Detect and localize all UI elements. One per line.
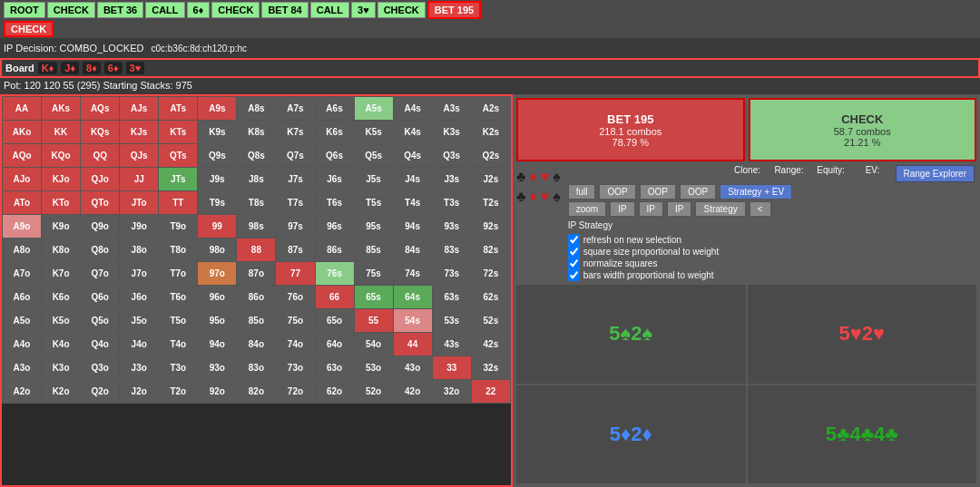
- grid-cell[interactable]: 74s: [393, 262, 432, 286]
- grid-cell[interactable]: 54s: [393, 309, 432, 333]
- grid-cell[interactable]: AKs: [42, 97, 81, 121]
- heart-icon-1[interactable]: ♥: [541, 169, 550, 185]
- grid-cell[interactable]: 93o: [198, 356, 237, 380]
- grid-cell[interactable]: KJo: [42, 168, 81, 191]
- grid-cell[interactable]: K6o: [42, 286, 81, 309]
- grid-cell[interactable]: T4o: [159, 333, 198, 356]
- grid-cell[interactable]: K2s: [471, 121, 510, 144]
- grid-cell[interactable]: 97o: [198, 262, 237, 286]
- grid-cell[interactable]: 72o: [276, 380, 315, 404]
- grid-cell[interactable]: 82s: [471, 239, 510, 262]
- grid-cell[interactable]: 64o: [315, 333, 354, 356]
- grid-cell[interactable]: 96s: [315, 215, 354, 239]
- grid-cell[interactable]: 32o: [432, 380, 471, 404]
- grid-cell[interactable]: 82o: [237, 380, 276, 404]
- grid-cell[interactable]: T8s: [237, 191, 276, 215]
- grid-cell[interactable]: TT: [159, 191, 198, 215]
- arrow-button[interactable]: <: [750, 201, 771, 217]
- oop-btn-1[interactable]: OOP: [599, 184, 635, 200]
- ip-btn-2[interactable]: IP: [639, 201, 663, 217]
- checkbox-2[interactable]: [568, 258, 580, 269]
- grid-cell[interactable]: A6s: [315, 97, 354, 121]
- board-card-cell-1[interactable]: 5♠2♠: [516, 285, 746, 384]
- grid-cell[interactable]: Q8s: [237, 144, 276, 168]
- grid-cell[interactable]: QTs: [159, 144, 198, 168]
- board-card-3[interactable]: 8♦: [83, 62, 101, 74]
- grid-cell[interactable]: 97s: [276, 215, 315, 239]
- grid-cell[interactable]: J5o: [120, 309, 159, 333]
- grid-cell[interactable]: 75o: [276, 309, 315, 333]
- grid-cell[interactable]: A8o: [3, 239, 42, 262]
- grid-cell[interactable]: T9o: [159, 215, 198, 239]
- grid-cell[interactable]: 95s: [354, 215, 393, 239]
- grid-cell[interactable]: K9s: [198, 121, 237, 144]
- grid-cell[interactable]: T6s: [315, 191, 354, 215]
- checkbox-1[interactable]: [568, 246, 580, 258]
- grid-cell[interactable]: K5o: [42, 309, 81, 333]
- nav-6d[interactable]: 6♦: [187, 2, 211, 18]
- grid-cell[interactable]: J7s: [276, 168, 315, 191]
- grid-cell[interactable]: KQs: [81, 121, 120, 144]
- grid-cell[interactable]: 77: [276, 262, 315, 286]
- grid-cell[interactable]: Q2s: [471, 144, 510, 168]
- grid-cell[interactable]: 33: [432, 356, 471, 380]
- grid-cell[interactable]: K8s: [237, 121, 276, 144]
- grid-cell[interactable]: A7o: [3, 262, 42, 286]
- grid-cell[interactable]: J8o: [120, 239, 159, 262]
- ip-btn-3[interactable]: IP: [667, 201, 691, 217]
- grid-cell[interactable]: 62s: [471, 286, 510, 309]
- grid-cell[interactable]: J5s: [354, 168, 393, 191]
- grid-cell[interactable]: A9o: [3, 215, 42, 239]
- grid-cell[interactable]: A2s: [471, 97, 510, 121]
- grid-cell[interactable]: K2o: [42, 380, 81, 404]
- grid-cell[interactable]: K8o: [42, 239, 81, 262]
- grid-cell[interactable]: Q3s: [432, 144, 471, 168]
- grid-cell[interactable]: 85o: [237, 309, 276, 333]
- heart-icon-2[interactable]: ♥: [541, 189, 550, 205]
- grid-cell[interactable]: K7o: [42, 262, 81, 286]
- bet-action-box[interactable]: BET 195 218.1 combos 78.79 %: [516, 98, 745, 161]
- grid-cell[interactable]: T4s: [393, 191, 432, 215]
- nav-call-2[interactable]: CALL: [310, 2, 349, 18]
- grid-cell[interactable]: AQo: [3, 144, 42, 168]
- grid-cell[interactable]: T6o: [159, 286, 198, 309]
- grid-cell[interactable]: A5o: [3, 309, 42, 333]
- board-card-1[interactable]: K♦: [38, 62, 58, 74]
- grid-cell[interactable]: 86s: [315, 239, 354, 262]
- grid-cell[interactable]: 52o: [354, 380, 393, 404]
- grid-cell[interactable]: 22: [471, 380, 510, 404]
- grid-cell[interactable]: Q5s: [354, 144, 393, 168]
- full-button[interactable]: full: [568, 184, 596, 200]
- nav-bet84[interactable]: BET 84: [261, 2, 308, 18]
- grid-cell[interactable]: 63s: [432, 286, 471, 309]
- grid-cell[interactable]: JJ: [120, 168, 159, 191]
- nav-3h[interactable]: 3♥: [351, 2, 376, 18]
- grid-cell[interactable]: A3o: [3, 356, 42, 380]
- grid-cell[interactable]: 85s: [354, 239, 393, 262]
- grid-cell[interactable]: 83o: [237, 356, 276, 380]
- grid-cell[interactable]: T3s: [432, 191, 471, 215]
- board-card-cell-4[interactable]: 5♣4♣4♣: [748, 385, 977, 484]
- grid-cell[interactable]: A2o: [3, 380, 42, 404]
- nav-bet195[interactable]: BET 195: [427, 1, 481, 19]
- grid-cell[interactable]: 44: [393, 333, 432, 356]
- grid-cell[interactable]: J4s: [393, 168, 432, 191]
- grid-cell[interactable]: K6s: [315, 121, 354, 144]
- range-explorer-button[interactable]: Range Explorer: [896, 165, 975, 182]
- grid-cell[interactable]: 72s: [471, 262, 510, 286]
- grid-cell[interactable]: 65o: [315, 309, 354, 333]
- grid-cell[interactable]: J3o: [120, 356, 159, 380]
- grid-cell[interactable]: JTs: [159, 168, 198, 191]
- grid-cell[interactable]: K3o: [42, 356, 81, 380]
- grid-cell[interactable]: 52s: [471, 309, 510, 333]
- grid-cell[interactable]: Q3o: [81, 356, 120, 380]
- grid-cell[interactable]: 53o: [354, 356, 393, 380]
- grid-cell[interactable]: A4o: [3, 333, 42, 356]
- nav-check-3[interactable]: CHECK: [377, 2, 426, 18]
- grid-cell[interactable]: Q6s: [315, 144, 354, 168]
- grid-cell[interactable]: 75s: [354, 262, 393, 286]
- ip-btn-1[interactable]: IP: [610, 201, 634, 217]
- board-card-cell-3[interactable]: 5♦2♦: [516, 385, 746, 484]
- grid-cell[interactable]: 73s: [432, 262, 471, 286]
- grid-cell[interactable]: 42o: [393, 380, 432, 404]
